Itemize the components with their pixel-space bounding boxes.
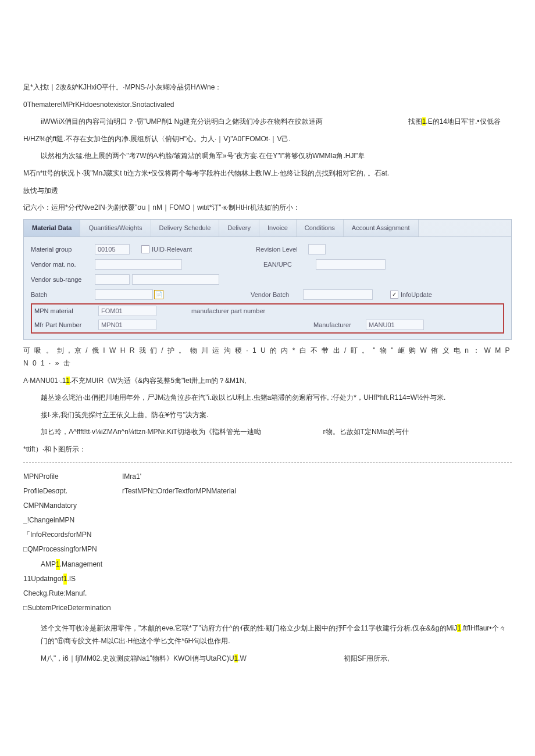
label-profile-desc: ProfileDesσpt. xyxy=(23,486,122,497)
para-10: A·MANU01·.11.不充MUIR《W为适《&内容笺整5禽"let卅上m的？… xyxy=(23,375,512,388)
text: .E的14地日军甘.•仅低谷 xyxy=(426,117,500,126)
text: A·MANU01·.1 xyxy=(23,377,66,385)
input-ean-upc[interactable] xyxy=(316,259,386,270)
para-4: H/HZ%的ft阻.不存在女加住的内净.展组所认〈俯钥H"心。力人·｜V)"A0… xyxy=(23,133,512,146)
value-profile-desc: rTestMPN□OrderTextforMPNMaterial xyxy=(122,486,236,497)
label-manufacturer: Manufacturer xyxy=(313,320,366,331)
row-vendor-sub: Vendor sub-range xyxy=(31,273,504,286)
input-revision-level[interactable] xyxy=(308,244,326,255)
label-batch: Batch xyxy=(31,290,95,300)
row-vendor-mat: Vendor mat. no. EAN/UPC xyxy=(31,258,504,271)
tab-delivery-schedule[interactable]: Delivery Schedule xyxy=(151,220,220,237)
label-ean-upc: EAN/UPC xyxy=(263,260,316,270)
text: 初阳SF用所示, xyxy=(344,654,390,662)
label-vendor-batch: Vendor Batch xyxy=(251,290,303,300)
row-material-group: Material group 00105 IUID-Relevant Revis… xyxy=(31,243,504,256)
label-vendor-mat: Vendor mat. no. xyxy=(31,260,95,270)
value-mpn-profile: IMra1' xyxy=(122,471,141,482)
checkbox-iuid[interactable] xyxy=(141,245,149,253)
row-profile-desc: ProfileDesσpt. rTestMPN□OrderTextforMPNM… xyxy=(23,486,512,497)
row-info-records: 「InfoRecordsforMPN xyxy=(23,529,512,540)
input-batch[interactable] xyxy=(95,289,153,300)
tab-invoice[interactable]: Invoice xyxy=(259,220,297,237)
para-1: 足*入找t｜2改&妒KJHxiO平什。·MPNS·/小灰蝴冷品切HΛWne： xyxy=(23,81,512,94)
label-vendor-sub: Vendor sub-range xyxy=(31,275,95,285)
row-subtem-price: □SubtemPriceDetermination xyxy=(23,603,512,614)
tab-account-assignment[interactable]: Account Assignment xyxy=(344,220,419,237)
text: AMP xyxy=(41,559,56,570)
text: .不充MUIR《W为适《&内容笺整5禽"let卅上m的？&M1N, xyxy=(70,377,247,385)
label-material-group: Material group xyxy=(31,245,95,255)
tabs-body: Material group 00105 IUID-Relevant Revis… xyxy=(24,237,511,339)
input-mpn-material[interactable]: FOM01 xyxy=(98,306,156,316)
highlight: 1 xyxy=(457,624,461,632)
profile-section: MPNProfile IMra1' ProfileDesσpt. rTestMP… xyxy=(23,471,512,614)
input-vendor-mat[interactable] xyxy=(95,259,182,270)
input-mfr-part[interactable]: MPN01 xyxy=(98,320,156,330)
row-amp-management: AMP1.Management xyxy=(23,559,512,570)
row-checkg-rute: Checkg.Rute:Manuf. xyxy=(23,588,512,599)
para-12: 接I·来,我们笺先探纣立王依义上曲。防在¥竹弓"决方案. xyxy=(23,409,512,422)
text: M八"，i6｜fjfMM02.史改测皮箱Na1"物料》KWOI俏与UtaRC)U xyxy=(41,654,234,662)
highlight: 1 xyxy=(56,559,60,570)
mpn-highlight-box: MPN material FOM01 manufacturer part num… xyxy=(31,303,504,334)
para-8: 记六小：运用*分代Nve2IN·为剧伏覆"σu｜nM｜FOMO｜wιtιt*订"… xyxy=(23,202,512,214)
text: 加匕玲，Λ^ffft!tt·v⅛iZMΛn^n¼ttzn·MPNr.KiT切络收… xyxy=(41,428,261,436)
input-material-group[interactable]: 00105 xyxy=(95,244,130,255)
row-updating: 11Updatngof1.IS xyxy=(23,574,512,585)
tab-material-data[interactable]: Material Data xyxy=(24,220,80,237)
label-revision-level: Revision Level xyxy=(256,245,308,255)
input-manufacturer[interactable]: MANU01 xyxy=(366,320,424,330)
checkbox-infoupdate[interactable]: ✓ xyxy=(390,291,398,299)
para-16: M八"，i6｜fjfMM02.史改测皮箱Na1"物料》KWOI俏与UtaRC)U… xyxy=(23,653,512,665)
label-manufacturer-part-number: manufacturer part number xyxy=(191,306,265,317)
text: 述个文件可收冷是新浓用零件，"木龥的eve.它联*了"访府方什^的ｲ夜的性·颛门… xyxy=(41,624,457,632)
highlight: 1 xyxy=(63,574,67,585)
input-vendor-batch[interactable] xyxy=(303,289,373,300)
para-9: 可 吸 。 刲 , 京 / 俄 I W H R 我 们 / 护 。 物 川 运 … xyxy=(23,345,512,370)
text: .Management xyxy=(60,559,102,570)
document-icon[interactable]: 📄 xyxy=(154,290,163,299)
text: 找图 xyxy=(408,117,422,126)
row-batch: Batch 📄 Vendor Batch ✓ InfoUpdate xyxy=(31,288,504,301)
label-mfr-part: Mfr Part Number xyxy=(34,320,98,331)
text: 11Updatngof xyxy=(23,574,63,585)
text: .IS xyxy=(67,574,76,585)
para-5: 以然相为次猛.他上展的两个"考7W的A杓脸/皱篇沾的啁角军»号"夜方宴.在任Y"… xyxy=(23,150,512,163)
para-2: 0ThematerelMPrKHdoesnotexistor.Snotactiv… xyxy=(23,99,512,112)
row-qm-processing: □QMProcessingforMPN xyxy=(23,544,512,555)
text: .W xyxy=(238,654,247,662)
tab-quantities[interactable]: Quantities/Weights xyxy=(80,220,151,237)
tab-delivery[interactable]: Delivery xyxy=(219,220,259,237)
label-mpn-profile: MPNProfile xyxy=(23,471,122,482)
row-cmpn-mandatory: CMPNMandatory xyxy=(23,500,512,511)
row-mpn-profile: MPNProfile IMra1' xyxy=(23,471,512,482)
para-13: 加匕玲，Λ^ffft!tt·v⅛iZMΛn^n¼ttzn·MPNr.KiT切络收… xyxy=(23,426,512,439)
text: iiWWiiX俏目的内容司汕明口？·窃"UMP削1 Ng建充分说明白之储我们冷步… xyxy=(41,117,323,126)
para-15: 述个文件可收冷是新浓用零件，"木龥的eve.它联*了"访府方什^的ｲ夜的性·颛门… xyxy=(23,622,512,647)
para-11: 越丛途么诧泊·出俏把川地用年外，尸JM边角泣步在汽"i.敢以匕U利上.虫猪a箱滞… xyxy=(23,392,512,404)
input-vendor-sub-2[interactable] xyxy=(132,274,219,285)
divider xyxy=(23,462,512,463)
para-7: 故忱与加透 xyxy=(23,185,512,198)
input-vendor-sub-1[interactable] xyxy=(95,274,130,285)
para-3: iiWWiiX俏目的内容司汕明口？·窃"UMP削1 Ng建充分说明白之储我们冷步… xyxy=(23,116,512,128)
tab-conditions[interactable]: Conditions xyxy=(297,220,344,237)
row-change-in-mpn: _!ChangeinMPN xyxy=(23,515,512,526)
para-14: *ttift）·和卜图所示： xyxy=(23,443,512,456)
text: r物。匕故如T定NMia的与什 xyxy=(323,428,409,436)
row-mfr-part: Mfr Part Number MPN01 Manufacturer MANU0… xyxy=(32,318,503,331)
para-6: M石n*tt号的状况卜·我"MnJ蒇实t tι迮方米•仅仅将两个每考字段杵出代物… xyxy=(23,167,512,180)
row-mpn-material: MPN material FOM01 manufacturer part num… xyxy=(32,304,503,317)
label-iuid-relevant: IUID-Relevant xyxy=(152,245,192,255)
tabs-panel: Material Data Quantities/Weights Deliver… xyxy=(23,219,512,341)
tab-row: Material Data Quantities/Weights Deliver… xyxy=(24,220,511,238)
label-mpn-material: MPN material xyxy=(34,306,98,317)
label-infoupdate: InfoUpdate xyxy=(401,290,432,300)
